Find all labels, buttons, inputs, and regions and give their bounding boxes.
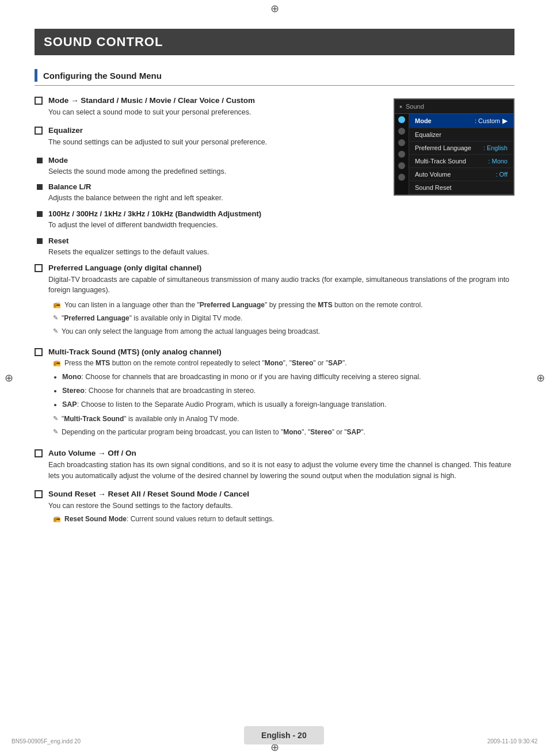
tv-menu-items: Mode : Custom ▶ Equalizer [409,114,513,194]
equalizer-checkbox [35,127,43,135]
mode-sub-square [37,158,43,163]
mode-content: Mode → Standard / Music / Movie / Clear … [48,96,255,118]
pref-lang-note-2: ✎ "Preferred Language" is available only… [48,314,514,323]
mts-note-text-1: "Multi-Track Sound" is available only in… [62,414,239,424]
sound-reset-note-text: Reset Sound Mode: Current sound values r… [64,514,274,524]
tv-menu-icons [395,114,409,194]
bandwidth-desc: To adjust the level of different bandwid… [48,220,261,231]
sound-reset-note: 📻 Reset Sound Mode: Current sound values… [48,514,274,524]
auto-volume-content: Auto Volume → Off / On Each broadcasting… [48,449,514,482]
tv-icon-3 [398,139,405,146]
sound-reset-title: Sound Reset → Reset All / Reset Sound Mo… [48,490,274,498]
balance-title: Balance L/R [48,182,223,191]
pref-lang-item: Preferred Language (only digital channel… [35,264,514,340]
section-heading: Configuring the Sound Menu [35,69,514,86]
auto-volume-title: Auto Volume → Off / On [48,449,514,457]
mts-note-icon-1: ✎ [53,415,58,422]
tv-auto-volume-value: : Off [495,171,508,178]
tv-menu-item-auto-volume[interactable]: Auto Volume : Off [409,168,513,181]
note-icon-1: 📻 [53,301,61,308]
mode-sub-desc: Selects the sound mode among the predefi… [48,166,226,177]
equalizer-desc: The sound settings can be adjusted to su… [48,137,267,148]
multi-track-item: Multi-Track Sound (MTS) (only analog cha… [35,348,514,441]
tv-menu-item-equalizer[interactable]: Equalizer [409,128,513,142]
mts-note-icon-2: ✎ [53,428,58,436]
equalizer-item: Equalizer The sound settings can be adju… [35,126,382,148]
reg-mark-top: ⊕ [269,3,280,14]
reset-sub-title: Reset [48,236,209,245]
bullet-sap: SAP: Choose to listen to the Separate Au… [62,399,421,410]
reg-mark-right: ⊕ [535,372,546,384]
bandwidth-item: 100Hz / 300Hz / 1kHz / 3kHz / 10kHz (Ban… [35,209,382,231]
balance-square [37,184,43,190]
note-text-1: You can listen in a language other than … [64,300,422,310]
tv-menu-item-multi-track[interactable]: Multi-Track Sound : Mono [409,155,513,168]
pref-lang-note-1: 📻 You can listen in a language other tha… [48,300,514,310]
sound-reset-section: Sound Reset → Reset All / Reset Sound Mo… [35,490,514,528]
auto-volume-checkbox [35,449,43,457]
reset-sub-square [37,238,43,244]
reset-sub-content: Reset Resets the equalizer settings to t… [48,236,209,258]
multi-track-checkbox [35,348,43,356]
main-content: SOUND CONTROL Configuring the Sound Menu… [35,29,514,528]
tv-mode-label: Mode [415,117,432,124]
preferred-language-section: Preferred Language (only digital channel… [35,264,514,340]
bullet-stereo: Stereo: Choose for channels that are bro… [62,385,421,396]
pref-lang-desc: Digital-TV broadcasts are capable of sim… [48,274,514,296]
blue-accent-bar [35,69,37,82]
auto-volume-desc: Each broadcasting station has its own si… [48,460,514,482]
footer-left-text: BN59-00905F_eng.indd 20 [12,738,81,744]
sound-reset-desc: You can restore the Sound settings to th… [48,501,274,511]
tv-menu-item-mode[interactable]: Mode : Custom ▶ [409,114,513,128]
mts-note-1: ✎ "Multi-Track Sound" is available only … [48,414,421,424]
tv-icon-4 [398,151,405,158]
note-icon-2: ✎ [53,314,58,322]
auto-volume-item: Auto Volume → Off / On Each broadcasting… [35,449,514,482]
pref-lang-title: Preferred Language (only digital channel… [48,264,514,272]
pref-lang-content: Preferred Language (only digital channel… [48,264,514,340]
multi-track-title: Multi-Track Sound (MTS) (only analog cha… [48,348,421,356]
balance-item: Balance L/R Adjusts the balance between … [35,182,382,204]
tv-icon-6 [398,174,405,181]
tv-multi-track-label: Multi-Track Sound [415,158,466,165]
footer-right-text: 2009-11-10 9:30:42 [487,738,537,744]
tv-icon-2 [398,128,405,135]
tv-menu: ▪ Sound Mode [394,98,514,196]
multi-track-content: Multi-Track Sound (MTS) (only analog cha… [48,348,421,441]
mode-sub-item: Mode Selects the sound mode among the pr… [35,156,382,177]
equalizer-content: Equalizer The sound settings can be adju… [48,126,267,148]
mode-checkbox [35,97,43,105]
pref-lang-notes: 📻 You can listen in a language other tha… [48,300,514,336]
mode-title: Mode → Standard / Music / Movie / Clear … [48,96,255,105]
mts-note-text-2: Depending on the particular program bein… [62,427,365,437]
tv-pref-lang-value: : English [483,144,508,151]
tv-mode-arrow: ▶ [502,117,508,125]
page-title: SOUND CONTROL [35,29,514,55]
tv-menu-body: Mode : Custom ▶ Equalizer [395,114,513,194]
tv-mode-value: : Custom [475,117,500,124]
two-col-layout: Mode → Standard / Music / Movie / Clear … [35,96,514,264]
tv-menu-title: Sound [406,103,424,110]
sound-reset-checkbox [35,490,43,498]
tv-menu-item-preferred-language[interactable]: Preferred Language : English [409,142,513,155]
text-column: Mode → Standard / Music / Movie / Clear … [35,96,382,264]
equalizer-title: Equalizer [48,126,267,135]
note-text-3: You can only select the language from am… [62,327,320,337]
bandwidth-content: 100Hz / 300Hz / 1kHz / 3kHz / 10kHz (Ban… [48,209,261,231]
mode-sub-content: Mode Selects the sound mode among the pr… [48,156,226,177]
mts-press-text: Press the MTS button on the remote contr… [64,358,346,368]
balance-desc: Adjusts the balance between the right an… [48,193,223,204]
tv-menu-item-sound-reset[interactable]: Sound Reset [409,181,513,194]
auto-volume-section: Auto Volume → Off / On Each broadcasting… [35,449,514,482]
section-title: Configuring the Sound Menu [43,71,162,81]
mts-note-2: ✎ Depending on the particular program be… [48,427,421,437]
pref-lang-note-3: ✎ You can only select the language from … [48,327,514,337]
tv-pref-lang-label: Preferred Language [415,144,471,151]
bandwidth-title: 100Hz / 300Hz / 1kHz / 3kHz / 10kHz (Ban… [48,209,261,218]
multi-track-bullets: Mono: Choose for channels that are broad… [48,372,421,410]
note-text-2: "Preferred Language" is available only i… [62,314,242,323]
sound-reset-content: Sound Reset → Reset All / Reset Sound Mo… [48,490,274,528]
tv-icon-5 [398,162,405,169]
multi-track-section: Multi-Track Sound (MTS) (only analog cha… [35,348,514,441]
mts-press-icon: 📻 [53,359,61,366]
